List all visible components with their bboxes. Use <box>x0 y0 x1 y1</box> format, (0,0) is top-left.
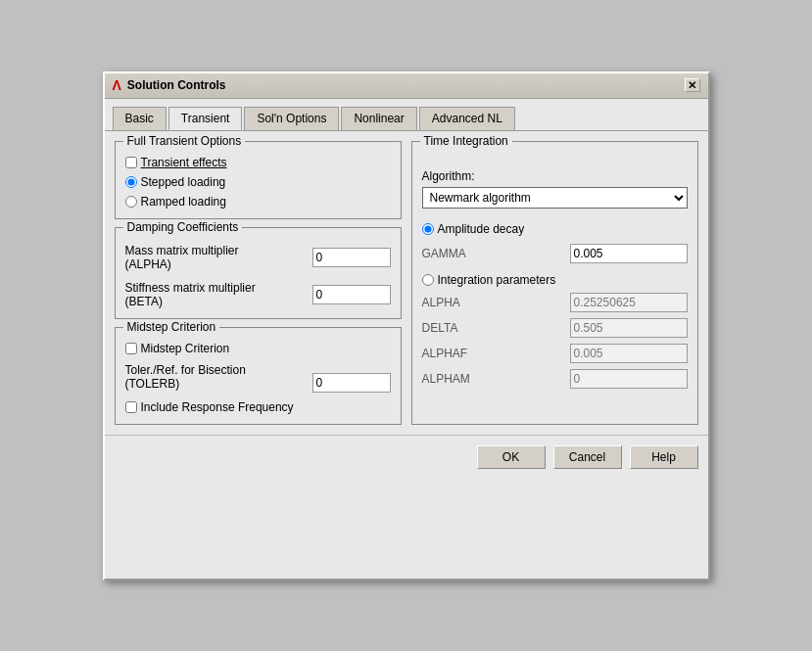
tab-bar: Basic Transient Sol'n Options Nonlinear … <box>105 99 708 130</box>
tab-transient[interactable]: Transient <box>168 107 243 130</box>
response-freq-row: Include Response Frequency <box>125 400 391 414</box>
app-logo: Λ <box>113 77 121 93</box>
dialog-title: Solution Controls <box>127 78 226 92</box>
midstep-criterion-row: Midstep Criterion <box>125 342 391 355</box>
stiffness-multiplier-row: Stiffness matrix multiplier (BETA) <box>125 281 391 308</box>
cancel-button[interactable]: Cancel <box>553 445 622 469</box>
tolerb-input[interactable] <box>312 373 391 393</box>
alpha-input[interactable] <box>570 293 688 312</box>
alpham-input[interactable] <box>570 369 688 389</box>
transient-effects-row: Transient effects <box>125 156 391 169</box>
alpha-row: ALPHA <box>422 293 688 312</box>
ramped-loading-radio[interactable] <box>125 196 137 208</box>
ramped-loading-label: Ramped loading <box>141 195 226 209</box>
gamma-input[interactable] <box>570 244 688 263</box>
stepped-loading-radio[interactable] <box>125 176 137 188</box>
solution-controls-dialog: Λ Solution Controls ✕ Basic Transient So… <box>103 71 710 581</box>
transient-effects-checkbox[interactable] <box>125 157 137 168</box>
time-integration-group: Time Integration Algorithm: Newmark algo… <box>411 141 698 425</box>
alpham-label: ALPHAM <box>422 372 491 386</box>
stepped-loading-label: Stepped loading <box>141 175 226 189</box>
gamma-label: GAMMA <box>422 247 491 260</box>
close-button[interactable]: ✕ <box>685 78 700 92</box>
alphaf-input[interactable] <box>570 344 688 363</box>
algorithm-label: Algorithm: <box>422 169 688 183</box>
midstep-criterion-checkbox[interactable] <box>125 343 137 354</box>
amplitude-decay-label: Amplitude decay <box>438 222 525 236</box>
full-transient-group: Full Transient Options Transient effects… <box>115 141 402 219</box>
midstep-criterion-label: Midstep Criterion <box>141 342 230 355</box>
full-transient-title: Full Transient Options <box>123 134 246 148</box>
help-button[interactable]: Help <box>630 445 698 469</box>
title-bar-left: Λ Solution Controls <box>113 77 226 93</box>
alpham-row: ALPHAM <box>422 369 688 389</box>
main-content: Full Transient Options Transient effects… <box>105 130 708 435</box>
tab-advanced-nl[interactable]: Advanced NL <box>419 107 515 130</box>
stepped-loading-row: Stepped loading <box>125 175 391 189</box>
alphaf-label: ALPHAF <box>422 347 491 360</box>
alphaf-row: ALPHAF <box>422 344 688 363</box>
transient-effects-label: Transient effects <box>141 156 227 169</box>
amplitude-decay-row: Amplitude decay <box>422 222 688 236</box>
tolerb-label: Toler./Ref. for Bisection (TOLERB) <box>125 363 307 391</box>
delta-input[interactable] <box>570 318 688 338</box>
response-freq-checkbox[interactable] <box>125 401 137 413</box>
tab-basic[interactable]: Basic <box>113 107 167 130</box>
response-freq-label: Include Response Frequency <box>141 400 294 414</box>
midstep-group: Midstep Criterion Midstep Criterion Tole… <box>115 327 402 425</box>
damping-group: Damping Coefficients Mass matrix multipl… <box>115 227 402 319</box>
ok-button[interactable]: OK <box>477 445 546 469</box>
time-integration-title: Time Integration <box>420 134 512 148</box>
stiffness-label: Stiffness matrix multiplier (BETA) <box>125 281 307 308</box>
tolerb-row: Toler./Ref. for Bisection (TOLERB) <box>125 363 391 393</box>
delta-row: DELTA <box>422 318 688 338</box>
gamma-row: GAMMA <box>422 244 688 263</box>
algorithm-select[interactable]: Newmark algorithm HHT algorithm <box>422 187 688 209</box>
right-panel: Time Integration Algorithm: Newmark algo… <box>411 141 698 425</box>
mass-input[interactable] <box>312 248 391 267</box>
title-bar: Λ Solution Controls ✕ <box>105 73 708 99</box>
bottom-bar: OK Cancel Help <box>105 435 708 479</box>
integration-params-label: Integration parameters <box>438 273 556 287</box>
stiffness-input[interactable] <box>312 285 391 304</box>
left-panel: Full Transient Options Transient effects… <box>115 141 402 425</box>
amplitude-decay-radio[interactable] <box>422 223 434 235</box>
mass-multiplier-row: Mass matrix multiplier (ALPHA) <box>125 244 391 271</box>
midstep-title: Midstep Criterion <box>123 320 220 334</box>
mass-label: Mass matrix multiplier (ALPHA) <box>125 244 307 271</box>
tab-nonlinear[interactable]: Nonlinear <box>341 107 416 130</box>
integration-params-row: Integration parameters <box>422 273 688 287</box>
tab-soln-options[interactable]: Sol'n Options <box>244 107 339 130</box>
alpha-label: ALPHA <box>422 296 491 309</box>
delta-label: DELTA <box>422 321 491 335</box>
ramped-loading-row: Ramped loading <box>125 195 391 209</box>
damping-title: Damping Coefficients <box>123 220 243 234</box>
integration-params-radio[interactable] <box>422 274 434 286</box>
